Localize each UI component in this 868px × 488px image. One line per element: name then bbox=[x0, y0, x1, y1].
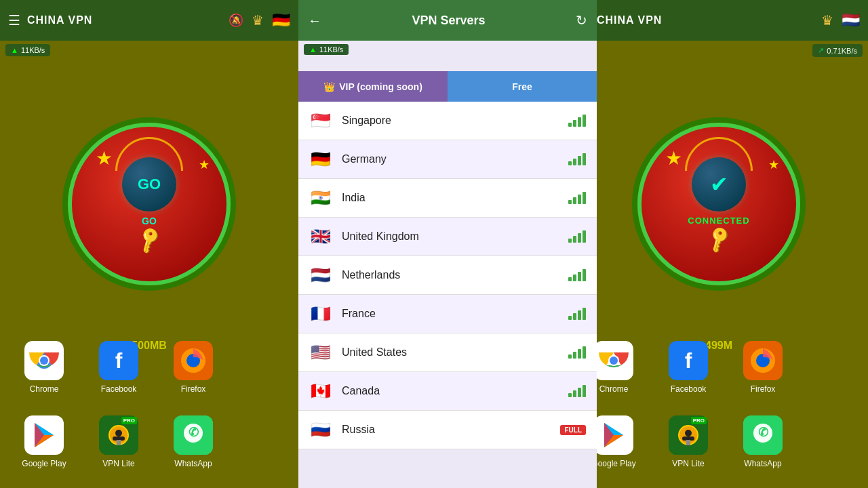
back-button[interactable]: ← bbox=[308, 13, 321, 28]
app-item-vpnlite-left[interactable]: PRO VPN Lite bbox=[81, 410, 156, 485]
app-item-whatsapp-left[interactable]: ✆ WhatsApp bbox=[156, 410, 231, 485]
country-flag: 🇳🇱 bbox=[309, 266, 332, 285]
crown-icon-right[interactable]: ♛ bbox=[821, 12, 833, 28]
speed-value-left: 11KB/s bbox=[21, 46, 45, 54]
country-name: United Kingdom bbox=[342, 230, 568, 243]
tab-free[interactable]: Free bbox=[448, 71, 597, 102]
svg-point-3 bbox=[40, 357, 48, 365]
vpn-server-panel: ← VPN Servers ↻ ▲ 11KB/s 👑 VIP (coming s… bbox=[298, 0, 597, 488]
server-item[interactable]: 🇮🇳India bbox=[298, 179, 597, 218]
signal-bar bbox=[568, 161, 572, 165]
star-r1: ★ bbox=[665, 147, 682, 169]
app-item-facebook-right[interactable]: f Facebook bbox=[651, 336, 726, 410]
crown-icon-left[interactable]: ♛ bbox=[252, 12, 264, 28]
signal-bar bbox=[578, 156, 581, 165]
server-item[interactable]: 🇫🇷France bbox=[298, 295, 597, 333]
signal-bar bbox=[573, 120, 576, 127]
server-item[interactable]: 🇸🇬Singapore bbox=[298, 102, 597, 140]
full-badge: FULL bbox=[560, 425, 586, 435]
facebook-label-left: Facebook bbox=[101, 384, 137, 394]
vip-icon: 👑 bbox=[323, 81, 335, 92]
app-item-facebook-left[interactable]: f Facebook bbox=[81, 336, 156, 410]
firefox-icon-right bbox=[743, 341, 783, 380]
signal-bar bbox=[568, 239, 572, 243]
app-item-firefox-left[interactable]: Firefox bbox=[156, 336, 231, 410]
signal-bar bbox=[568, 316, 572, 320]
server-item[interactable]: 🇩🇪Germany bbox=[298, 140, 597, 179]
signal-bars bbox=[568, 346, 586, 359]
flag-nl: 🇳🇱 bbox=[842, 12, 860, 29]
svg-point-21 bbox=[610, 357, 618, 365]
vpnlite-icon-left: PRO bbox=[99, 415, 138, 455]
left-panel: ★ ★ GO GO 🔑 500MB bbox=[0, 41, 298, 488]
svg-text:✆: ✆ bbox=[758, 426, 769, 439]
country-name: Russia bbox=[342, 424, 556, 436]
vpnlite-icon-right: PRO bbox=[669, 415, 708, 455]
chrome-icon-right bbox=[594, 341, 633, 380]
whatsapp-icon-right: ✆ bbox=[743, 415, 783, 455]
facebook-label-right: Facebook bbox=[671, 384, 707, 394]
server-item[interactable]: 🇨🇦Canada bbox=[298, 372, 597, 411]
facebook-icon-left: f bbox=[99, 341, 138, 380]
whatsapp-icon-left: ✆ bbox=[174, 415, 213, 455]
signal-bar bbox=[583, 346, 586, 359]
signal-bar bbox=[578, 233, 581, 243]
chrome-label-right: Chrome bbox=[599, 384, 629, 394]
signal-bar bbox=[573, 159, 576, 165]
signal-bar bbox=[568, 277, 572, 281]
connected-text: CONNECTED bbox=[688, 216, 749, 226]
country-flag: 🇩🇪 bbox=[309, 150, 332, 169]
vpn-panel-title: VPN Servers bbox=[328, 14, 569, 28]
flag-de: 🇩🇪 bbox=[272, 12, 290, 29]
signal-bars bbox=[568, 269, 586, 281]
right-panel: ★ ★ ✔ CONNECTED 🔑 499M Chrome bbox=[570, 41, 868, 488]
facebook-icon-right: f bbox=[669, 341, 708, 380]
gplay-icon-right bbox=[594, 415, 633, 455]
app-item-chrome-left[interactable]: Chrome bbox=[7, 336, 81, 410]
country-flag: 🇸🇬 bbox=[309, 111, 332, 130]
signal-bar bbox=[568, 123, 572, 127]
vpn-circle-right[interactable]: ★ ★ ✔ CONNECTED 🔑 bbox=[637, 123, 800, 285]
top-icons-right: ♛ 🇳🇱 bbox=[821, 12, 860, 29]
country-name: Germany bbox=[342, 153, 568, 165]
app-title-left: CHINA VPN bbox=[27, 14, 229, 26]
country-name: Netherlands bbox=[342, 269, 568, 281]
signal-bar bbox=[573, 236, 576, 243]
top-bar-right: ☰ CHINA VPN ♛ 🇳🇱 bbox=[570, 0, 868, 41]
firefox-icon-left bbox=[174, 341, 213, 380]
vpnlite-label-left: VPN Lite bbox=[102, 459, 134, 468]
menu-icon-left[interactable]: ☰ bbox=[8, 12, 20, 28]
chrome-icon-left bbox=[24, 341, 64, 380]
wifi-arc-right bbox=[685, 137, 753, 171]
app-item-firefox-right[interactable]: Firefox bbox=[726, 336, 800, 410]
country-name: India bbox=[342, 192, 568, 204]
server-item[interactable]: 🇷🇺RussiaFULL bbox=[298, 411, 597, 449]
tab-vip[interactable]: 👑 VIP (coming soon) bbox=[298, 71, 448, 102]
country-name: France bbox=[342, 308, 568, 320]
app-item-gplay-left[interactable]: Google Play bbox=[7, 410, 81, 485]
speed-value-right: 0.71KB/s bbox=[827, 47, 857, 55]
signal-bars bbox=[568, 308, 586, 320]
vpn-circle-left[interactable]: ★ ★ GO GO 🔑 bbox=[68, 123, 231, 285]
signal-bar bbox=[578, 310, 581, 320]
signal-bar bbox=[583, 308, 586, 320]
app-item-vpnlite-right[interactable]: PRO VPN Lite bbox=[651, 410, 726, 485]
country-flag: 🇺🇸 bbox=[309, 343, 332, 362]
signal-bar bbox=[573, 352, 576, 359]
signal-bar bbox=[568, 354, 572, 359]
server-item[interactable]: 🇺🇸United States bbox=[298, 333, 597, 372]
server-item[interactable]: 🇳🇱Netherlands bbox=[298, 256, 597, 295]
signal-bars bbox=[568, 385, 586, 397]
whatsapp-label-left: WhatsApp bbox=[174, 459, 212, 468]
signal-bar bbox=[583, 230, 586, 243]
server-item[interactable]: 🇬🇧United Kingdom bbox=[298, 218, 597, 256]
refresh-button[interactable]: ↻ bbox=[576, 12, 587, 28]
free-tab-label: Free bbox=[512, 81, 532, 92]
signal-bar bbox=[583, 385, 586, 397]
bell-icon[interactable]: 🔕 bbox=[229, 13, 243, 28]
app-item-whatsapp-right[interactable]: ✆ WhatsApp bbox=[726, 410, 800, 485]
signal-bar bbox=[583, 153, 586, 165]
country-name: Canada bbox=[342, 385, 568, 397]
firefox-label-left: Firefox bbox=[181, 384, 206, 394]
signal-bars bbox=[568, 192, 586, 204]
